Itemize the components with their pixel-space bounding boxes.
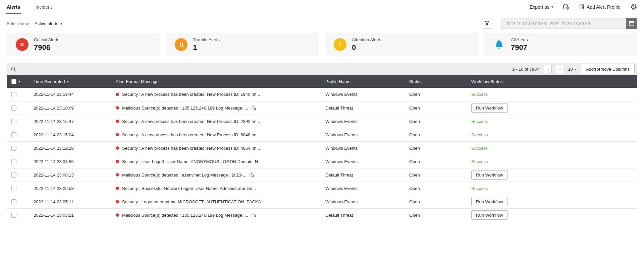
table-row[interactable]: 2022-11-14 23:15:47 Security : A new pro… <box>7 115 637 128</box>
cell-status: Open <box>406 155 468 168</box>
table-row[interactable]: 2022-11-14 23:15:04 Security : A new pro… <box>7 128 637 141</box>
last-page-button[interactable]: » <box>555 65 563 73</box>
cell-message: Malicious Source(s) detected : 135.125.2… <box>122 213 248 218</box>
workflow-success-label: Success <box>471 159 488 164</box>
table-row[interactable]: 2022-11-14 23:19:44 Security : A new pro… <box>7 88 637 101</box>
add-alert-profile-label: Add Alert Profile <box>587 4 620 10</box>
export-as-button[interactable]: Export as ▾ <box>530 4 553 10</box>
run-workflow-button[interactable]: Run Workflow <box>471 197 508 206</box>
col-header-status[interactable]: Status <box>406 75 468 88</box>
row-checkbox[interactable] <box>11 132 16 137</box>
sort-caret-icon[interactable]: ▾ <box>67 80 68 84</box>
row-checkbox[interactable] <box>11 159 16 164</box>
cell-time: 2022-11-14 23:15:47 <box>30 115 112 128</box>
run-workflow-button[interactable]: Run Workflow <box>471 103 508 113</box>
run-workflow-button[interactable]: Run Workflow <box>471 210 508 220</box>
col-header-workflow[interactable]: Workflow Status <box>468 75 637 88</box>
log-search-icon[interactable] <box>249 173 254 178</box>
attention-alerts-count: 0 <box>352 43 381 52</box>
critical-alerts-count: 7906 <box>34 43 59 52</box>
table-row[interactable]: 2022-11-14 23:05:11 Security : Logon att… <box>7 195 637 208</box>
severity-dot-icon <box>116 200 119 203</box>
cell-message: Security : A new process has been create… <box>122 146 260 151</box>
cell-status: Open <box>406 208 468 222</box>
row-checkbox[interactable] <box>11 146 16 151</box>
view-selector-dropdown[interactable]: Active alerts ▾ <box>35 21 62 26</box>
row-checkbox[interactable] <box>11 92 16 97</box>
tab-alerts[interactable]: Alerts <box>7 0 20 14</box>
cell-profile: Windows Events <box>322 155 406 168</box>
export-as-label: Export as <box>530 4 549 10</box>
all-alerts-label: All Alerts <box>511 37 528 42</box>
table-row[interactable]: 2022-11-14 23:03:21 Malicious Source(s) … <box>7 208 637 222</box>
row-checkbox[interactable] <box>11 106 16 111</box>
date-range-input[interactable] <box>501 18 626 29</box>
table-row[interactable]: 2022-11-14 23:06:58 Security : Successfu… <box>7 182 637 195</box>
cell-time: 2022-11-14 23:06:58 <box>30 182 112 195</box>
cell-time: 2022-11-14 23:19:44 <box>30 88 112 101</box>
row-checkbox[interactable] <box>11 199 16 204</box>
cell-time: 2022-11-14 23:08:13 <box>30 168 112 182</box>
tab-incident[interactable]: Incident <box>36 0 52 14</box>
cell-profile: Windows Events <box>322 115 406 128</box>
cell-profile: Windows Events <box>322 88 406 101</box>
log-search-icon[interactable] <box>251 213 256 218</box>
divider <box>574 4 574 10</box>
topbar-actions: Export as ▾ Add Alert Profile ⚙ <box>530 3 637 11</box>
severity-dot-icon <box>116 160 119 163</box>
calendar-button[interactable] <box>626 18 637 29</box>
run-workflow-button[interactable]: Run Workflow <box>471 170 508 180</box>
attention-alerts-card[interactable]: ! Attention Alerts 0 <box>325 33 478 56</box>
select-view-label: Select view : <box>7 21 31 26</box>
select-all-checkbox[interactable] <box>11 79 16 84</box>
cell-profile: Default Threat <box>322 208 406 222</box>
col-header-message[interactable]: Alert Format Message <box>112 75 322 88</box>
row-checkbox[interactable] <box>11 173 16 178</box>
trouble-alerts-label: Trouble Alerts <box>193 37 220 42</box>
schedule-report-icon[interactable] <box>563 4 569 10</box>
topbar: Alerts Incident Export as ▾ Add Alert Pr… <box>0 0 644 14</box>
table-row[interactable]: 2022-11-14 23:08:55 Security : User Logo… <box>7 155 637 168</box>
next-page-button[interactable]: › <box>544 65 552 73</box>
cell-message: Malicious Source(s) detected : azenv.net… <box>122 173 246 178</box>
filter-button[interactable] <box>482 18 492 29</box>
severity-dot-icon <box>116 187 119 190</box>
attention-alerts-label: Attention Alerts <box>352 37 381 42</box>
workflow-success-label: Success <box>471 132 488 137</box>
col-header-time[interactable]: Time Generated▾ <box>30 75 112 88</box>
divider <box>558 4 558 10</box>
log-search-icon[interactable] <box>251 106 256 111</box>
search-icon[interactable] <box>9 66 18 72</box>
settings-gear-icon[interactable]: ⚙ <box>630 3 637 11</box>
select-all-header: ▾ <box>7 75 30 88</box>
chevron-down-icon: ▾ <box>61 22 62 25</box>
severity-dot-icon <box>116 93 119 96</box>
workflow-success-label: Success <box>471 146 488 151</box>
cell-status: Open <box>406 141 468 155</box>
cell-time: 2022-11-14 23:05:11 <box>30 195 112 208</box>
row-checkbox[interactable] <box>11 213 16 218</box>
col-header-profile[interactable]: Profile Name <box>322 75 406 88</box>
cell-message: Security : Logon attempt by: MICROSOFT_A… <box>122 199 265 204</box>
trouble-alerts-count: 1 <box>193 43 220 52</box>
table-row[interactable]: 2022-11-14 23:08:13 Malicious Source(s) … <box>7 168 637 182</box>
row-checkbox[interactable] <box>11 186 16 191</box>
trouble-alert-icon <box>175 38 187 51</box>
cell-profile: Windows Events <box>322 195 406 208</box>
add-remove-columns-button[interactable]: Add/Remove Columns <box>581 64 635 74</box>
trouble-alerts-card[interactable]: Trouble Alerts 1 <box>166 33 319 56</box>
add-profile-icon <box>579 4 585 10</box>
date-filter-group <box>482 18 637 29</box>
critical-alerts-card[interactable]: × Critical Alerts 7906 <box>7 33 160 56</box>
all-alerts-card[interactable]: All Alerts 7907 <box>484 33 637 56</box>
table-row[interactable]: 2022-11-14 23:12:28 Security : A new pro… <box>7 141 637 155</box>
all-alerts-count: 7907 <box>511 43 528 52</box>
row-checkbox[interactable] <box>11 119 16 124</box>
table-row[interactable]: 2022-11-14 23:18:09 Malicious Source(s) … <box>7 101 637 115</box>
divider <box>625 4 625 10</box>
cell-time: 2022-11-14 23:08:55 <box>30 155 112 168</box>
select-all-dropdown-icon[interactable]: ▾ <box>18 80 20 83</box>
page-size-dropdown[interactable]: 10 ▾ <box>567 67 578 72</box>
add-alert-profile-button[interactable]: Add Alert Profile <box>579 4 620 10</box>
cell-status: Open <box>406 168 468 182</box>
